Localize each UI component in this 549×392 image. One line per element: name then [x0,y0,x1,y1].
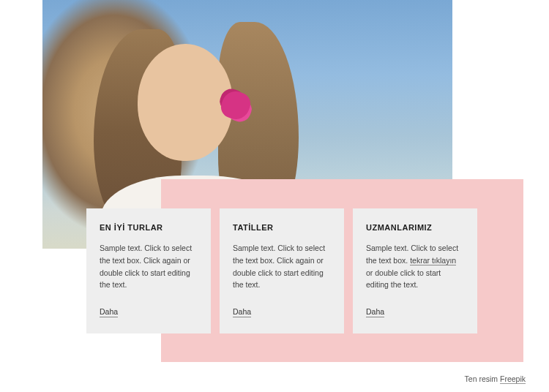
more-link[interactable]: Daha [366,307,384,317]
attribution-link[interactable]: Freepik [500,374,526,384]
card-title: TATİLLER [233,223,331,232]
card-text: Sample text. Click to select the text bo… [233,242,331,291]
more-link[interactable]: Daha [233,307,251,317]
inline-again-link[interactable]: tekrar tıklayın [410,256,456,265]
card-text: Sample text. Click to select the text bo… [366,242,464,291]
image-attribution: Ten resim Freepik [465,374,526,383]
card-holidays: TATİLLER Sample text. Click to select th… [220,208,344,333]
more-link[interactable]: Daha [100,307,118,317]
card-title: UZMANLARIMIZ [366,223,464,232]
card-best-tours: EN İYİ TURLAR Sample text. Click to sele… [86,208,211,333]
card-title: EN İYİ TURLAR [100,223,198,232]
cards-container: EN İYİ TURLAR Sample text. Click to sele… [86,208,477,333]
card-experts: UZMANLARIMIZ Sample text. Click to selec… [353,208,477,333]
card-text: Sample text. Click to select the text bo… [100,242,198,291]
